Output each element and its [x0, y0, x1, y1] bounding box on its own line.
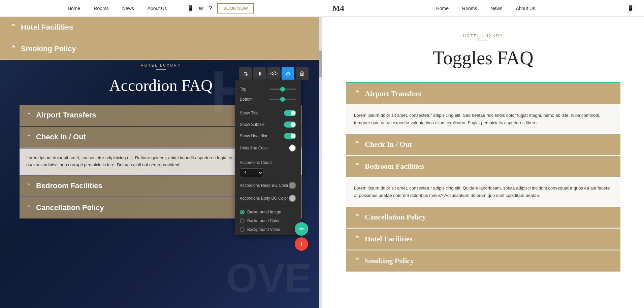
show-title-label: Show Title	[240, 111, 258, 115]
show-subtitle-row: Show Subtitle	[235, 119, 301, 130]
gear-icon: ⚙	[286, 71, 290, 77]
accordions-count-row: Accordions Count	[235, 158, 301, 168]
bg-color-radio[interactable]	[240, 218, 245, 223]
preview-accordion-list: ⌃ Airport Transfers Lorem ipsum dolor si…	[346, 82, 620, 272]
download-icon: ⬇	[258, 71, 262, 77]
cancellation-policy-label: Cancellation Policy	[36, 203, 104, 212]
move-button[interactable]: ⇅	[239, 67, 252, 80]
head-bg-color-row: Accordions Head BG Color	[235, 179, 301, 192]
chevron-icon: ⌃	[26, 133, 31, 141]
smoking-policy-title: Smoking Policy	[21, 44, 76, 53]
edit-fab[interactable]: ✏	[295, 222, 308, 236]
preview-checkin-item[interactable]: ⌃ Check In / Out	[346, 134, 620, 155]
bottom-label: Bottom	[240, 97, 253, 102]
show-title-row: Show Title	[235, 107, 301, 119]
top-spacing-row: Top	[235, 84, 301, 94]
bg-color-label: Background Color	[247, 218, 280, 223]
chevron-icon: ⌃	[10, 23, 16, 32]
checkin-out-label: Check In / Out	[36, 133, 86, 141]
hotel-divider	[156, 69, 166, 70]
bg-video-label: Background Video	[247, 227, 280, 232]
preview-hotel-facilities-item[interactable]: ⌃ Hotel Facilities	[346, 229, 620, 250]
add-icon: +	[299, 240, 304, 248]
show-underline-toggle[interactable]	[284, 133, 296, 139]
editor-panel: Home Rooms News About Us 📱 ✉ ? BOOK NOW …	[0, 0, 322, 308]
top-label: Top	[240, 87, 246, 92]
underline-color-row: Underline Color	[235, 142, 301, 155]
top-slider[interactable]	[269, 89, 296, 90]
chevron-icon: ⌃	[354, 235, 360, 243]
preview-nav: M4 Home Rooms News About Us 📱	[322, 0, 644, 17]
bottom-spacing-row: Bottom	[235, 94, 301, 104]
show-subtitle-toggle[interactable]	[284, 122, 296, 128]
preview-divider	[478, 40, 488, 40]
add-fab[interactable]: +	[295, 237, 308, 251]
underline-color-picker[interactable]	[289, 144, 296, 152]
airport-transfers-label: Airport Transfers	[36, 111, 96, 119]
nav-rooms[interactable]: Rooms	[94, 6, 108, 11]
chevron-icon: ⌃	[354, 89, 360, 98]
code-button[interactable]: </>	[267, 67, 280, 80]
scrollbar[interactable]	[319, 17, 322, 308]
chevron-icon: ⌃	[354, 213, 360, 221]
bg-image-option[interactable]: Background Image	[235, 208, 301, 216]
preview-cancellation-label: Cancellation Policy	[365, 213, 426, 221]
preview-nav-rooms[interactable]: Rooms	[462, 6, 477, 11]
preview-panel: M4 Home Rooms News About Us 📱 HOTEL LUXU…	[322, 0, 644, 308]
bg-image-radio[interactable]	[240, 210, 245, 214]
body-bg-color-picker[interactable]	[289, 195, 296, 202]
preview-smoking-item[interactable]: ⌃ Smoking Policy	[346, 250, 620, 272]
preview-cancellation-item[interactable]: ⌃ Cancellation Policy	[346, 207, 620, 228]
code-icon: </>	[270, 71, 278, 77]
accordions-count-label: Accordions Count	[240, 160, 272, 165]
help-icon: ?	[209, 5, 212, 11]
preview-bedroom-label: Bedroom Facilities	[365, 162, 424, 171]
settings-panel: Top Bottom Show Title Show Subtitle Show…	[235, 80, 301, 235]
bottom-slider[interactable]	[269, 99, 296, 100]
preview-airport-item[interactable]: ⌃ Airport Transfers	[346, 82, 620, 104]
preview-checkin-label: Check In / Out	[365, 140, 412, 149]
show-subtitle-label: Show Subtitle	[240, 122, 264, 127]
nav-news[interactable]: News	[122, 6, 134, 11]
show-title-toggle[interactable]	[284, 110, 296, 116]
download-button[interactable]: ⬇	[253, 67, 266, 80]
body-bg-label: Accordions Body BG Color	[240, 196, 288, 201]
hotel-facilities-accordion[interactable]: ⌃ Hotel Facilities	[0, 17, 319, 38]
preview-airport-label: Airport Transfers	[365, 89, 421, 98]
preview-brand: M4	[332, 4, 344, 13]
preview-nav-about[interactable]: About Us	[516, 6, 535, 11]
hotel-facilities-title: Hotel Facilities	[21, 23, 73, 32]
bg-video-radio[interactable]	[240, 227, 245, 232]
chevron-icon: ⌃	[26, 182, 31, 190]
preview-bedroom-item[interactable]: ⌃ Bedroom Facilities	[346, 156, 620, 177]
head-bg-color-picker[interactable]	[289, 182, 296, 189]
show-underline-label: Show Underline	[240, 134, 268, 138]
preview-content: HOTEL LUXURY Toggles FAQ ⌃ Airport Trans…	[322, 17, 644, 308]
nav-links: Home Rooms News About Us	[68, 6, 167, 11]
nav-about[interactable]: About Us	[148, 6, 167, 11]
preview-main-title: Toggles FAQ	[322, 47, 644, 69]
preview-nav-news[interactable]: News	[490, 6, 502, 11]
accordions-count-select[interactable]: 4	[240, 168, 263, 177]
chevron-icon: ⌃	[354, 140, 360, 149]
smoking-policy-accordion[interactable]: ⌃ Smoking Policy	[0, 38, 319, 60]
mobile-icon: 📱	[627, 5, 634, 11]
preview-nav-links: Home Rooms News About Us	[436, 6, 535, 11]
chevron-icon: ⌃	[26, 111, 31, 119]
chevron-icon: ⌃	[26, 204, 31, 211]
preview-airport-body: Lorem ipsum dolor sit amet, consectetur …	[346, 105, 620, 133]
bg-color-option[interactable]: Background Color	[235, 216, 301, 225]
mobile-icon: 📱	[187, 5, 194, 11]
delete-button[interactable]: 🗑	[296, 67, 309, 80]
preview-nav-home[interactable]: Home	[436, 6, 449, 11]
bg-video-option[interactable]: Background Video	[235, 225, 301, 234]
preview-hotel-luxury: HOTEL LUXURY	[322, 17, 644, 40]
nav-icons: 📱 ✉ ? BOOK NOW	[187, 3, 254, 13]
settings-button[interactable]: ⚙	[282, 67, 294, 80]
preview-smoking-label: Smoking Policy	[365, 256, 414, 265]
nav-home[interactable]: Home	[68, 6, 80, 11]
body-bg-color-row: Accordions Body BG Color	[235, 192, 301, 205]
book-now-button[interactable]: BOOK NOW	[217, 3, 254, 13]
scroll-thumb[interactable]	[319, 50, 322, 77]
chevron-icon: ⌃	[354, 256, 360, 265]
